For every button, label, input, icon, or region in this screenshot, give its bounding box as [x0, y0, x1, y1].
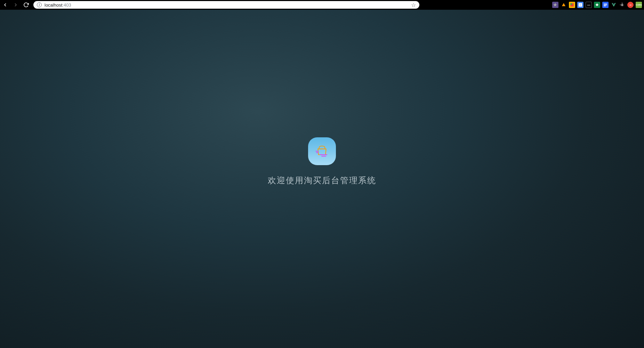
url-port: :403 [62, 2, 71, 8]
reload-button[interactable] [23, 2, 29, 8]
back-button[interactable] [2, 2, 8, 8]
shopping-bag-icon [313, 143, 331, 160]
extension-icon[interactable] [602, 2, 609, 8]
forward-button[interactable] [13, 2, 19, 8]
browser-toolbar: i localhost:403 ☆ G oo [0, 0, 644, 10]
nav-buttons [2, 2, 29, 8]
extension-icon[interactable] [552, 2, 558, 8]
page-content: 欢迎使用淘买后台管理系统 [0, 10, 644, 348]
extension-icon[interactable]: ∞ [627, 2, 634, 8]
extension-icon[interactable]: oo [586, 2, 592, 8]
extension-icon[interactable] [561, 2, 567, 8]
svg-rect-1 [570, 3, 572, 5]
extension-icon[interactable] [594, 2, 600, 8]
extension-icon[interactable] [619, 2, 625, 8]
url-host: localhost [45, 2, 62, 8]
extension-icon[interactable]: G [577, 2, 583, 8]
welcome-message: 欢迎使用淘买后台管理系统 [268, 175, 376, 186]
svg-text:G: G [580, 4, 581, 6]
cors-extension-icon[interactable]: CORS [636, 2, 642, 8]
vue-devtools-icon[interactable] [611, 2, 617, 8]
site-info-icon[interactable]: i [37, 2, 42, 7]
extensions-bar: G oo ∞ CORS [552, 2, 642, 8]
url-text: localhost:403 [45, 2, 71, 8]
bookmark-star-icon[interactable]: ☆ [411, 2, 416, 8]
extension-icon[interactable] [569, 2, 575, 8]
address-bar[interactable]: i localhost:403 ☆ [33, 1, 419, 9]
app-logo [308, 137, 336, 165]
